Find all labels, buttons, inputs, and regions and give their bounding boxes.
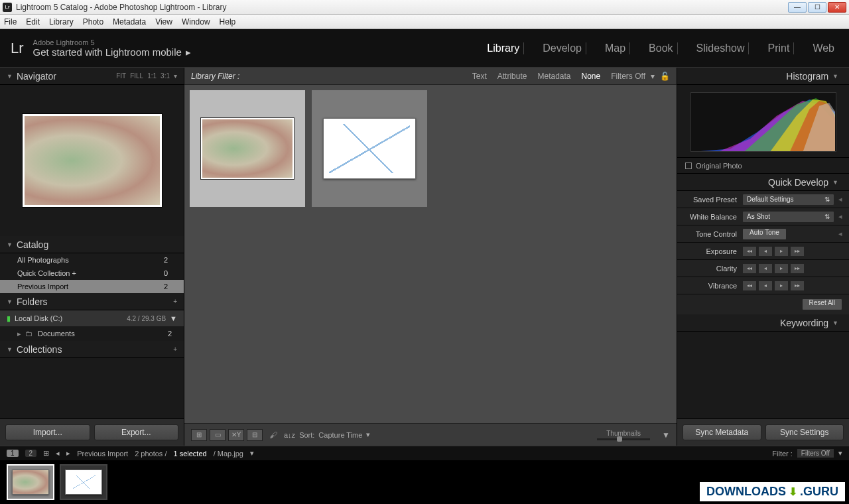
- triangle-left-icon[interactable]: ◂: [838, 212, 842, 221]
- keywording-header[interactable]: Keywording ▼: [677, 314, 849, 332]
- triangle-left-icon[interactable]: ◂: [838, 195, 842, 204]
- folder-documents[interactable]: ▸ 🗀 Documents 2: [0, 326, 184, 341]
- exposure-minus[interactable]: ◂: [758, 246, 773, 257]
- nav-fit[interactable]: FIT: [116, 72, 126, 80]
- vibrance-minus-big[interactable]: ◂◂: [742, 281, 757, 291]
- page-1[interactable]: 1: [7, 450, 19, 457]
- page-2[interactable]: 2: [25, 450, 37, 457]
- vibrance-plus[interactable]: ▸: [774, 281, 789, 291]
- forward-arrow-icon[interactable]: ▸: [66, 449, 70, 458]
- header-subtitle-big[interactable]: Get started with Lightroom mobile ▸: [33, 46, 191, 58]
- triangle-down-icon: ▼: [832, 320, 838, 326]
- clarity-plus[interactable]: ▸: [774, 263, 789, 274]
- back-arrow-icon[interactable]: ◂: [56, 449, 60, 458]
- slider-handle[interactable]: [617, 436, 622, 442]
- import-button[interactable]: Import...: [5, 424, 90, 440]
- sort-direction-icon[interactable]: a↓z: [284, 431, 295, 439]
- folders-header[interactable]: ▼ Folders +: [0, 293, 184, 310]
- lock-icon[interactable]: 🔓: [660, 72, 670, 81]
- grid-cell[interactable]: [312, 90, 427, 207]
- white-balance-select[interactable]: As Shot⇅: [742, 211, 834, 223]
- app-header: Lr Adobe Lightroom 5 Get started with Li…: [0, 29, 849, 68]
- menu-edit[interactable]: Edit: [26, 17, 40, 27]
- filter-none[interactable]: None: [582, 72, 601, 81]
- sync-metadata-button[interactable]: Sync Metadata: [683, 424, 761, 440]
- vibrance-plus-big[interactable]: ▸▸: [790, 281, 805, 291]
- catalog-quick-collection[interactable]: Quick Collection +0: [0, 267, 184, 280]
- triangle-left-icon[interactable]: ◂: [838, 229, 842, 238]
- loupe-view-button[interactable]: ▭: [210, 429, 226, 441]
- menu-file[interactable]: File: [4, 17, 17, 27]
- source-label[interactable]: Previous Import: [77, 450, 128, 458]
- module-develop[interactable]: Develop: [539, 42, 586, 54]
- quick-develop-header[interactable]: Quick Develop ▼: [677, 174, 849, 191]
- nav-1to1[interactable]: 1:1: [147, 72, 157, 80]
- menu-metadata[interactable]: Metadata: [113, 17, 146, 27]
- exposure-plus-big[interactable]: ▸▸: [790, 246, 805, 257]
- filter-text[interactable]: Text: [472, 72, 487, 81]
- menu-view[interactable]: View: [155, 17, 172, 27]
- chevron-down-icon[interactable]: ▾: [838, 449, 842, 458]
- catalog-all-photographs[interactable]: All Photographs2: [0, 253, 184, 267]
- filter-metadata[interactable]: Metadata: [537, 72, 570, 81]
- checkbox-icon[interactable]: [685, 162, 692, 169]
- exposure-plus[interactable]: ▸: [774, 246, 789, 257]
- menu-photo[interactable]: Photo: [83, 17, 103, 27]
- painter-icon[interactable]: 🖌: [269, 430, 277, 440]
- original-photo-row[interactable]: Original Photo: [677, 158, 849, 174]
- exposure-minus-big[interactable]: ◂◂: [742, 246, 757, 257]
- clarity-minus-big[interactable]: ◂◂: [742, 263, 757, 274]
- toolbar-dropdown-icon[interactable]: ▼: [662, 430, 670, 440]
- saved-preset-select[interactable]: Default Settings⇅: [742, 194, 834, 206]
- module-library[interactable]: Library: [483, 42, 524, 54]
- module-slideshow[interactable]: Slideshow: [692, 42, 750, 54]
- nav-fill[interactable]: FILL: [130, 72, 143, 80]
- clarity-plus-big[interactable]: ▸▸: [790, 263, 805, 274]
- folder-volume[interactable]: ▮ Local Disk (C:) 4.2 / 29.3 GB ▼: [0, 310, 184, 326]
- filmstrip-cell[interactable]: [7, 464, 54, 500]
- minimize-button[interactable]: —: [788, 2, 807, 13]
- maximize-button[interactable]: ☐: [808, 2, 826, 13]
- grid-view[interactable]: [184, 85, 677, 423]
- add-collection-button[interactable]: +: [173, 346, 177, 353]
- export-button[interactable]: Export...: [94, 424, 179, 440]
- menu-help[interactable]: Help: [220, 17, 236, 27]
- module-web[interactable]: Web: [809, 42, 838, 54]
- filters-off-label[interactable]: Filters Off: [611, 72, 645, 81]
- survey-view-button[interactable]: ⊟: [247, 429, 263, 441]
- navigator-header[interactable]: ▼ Navigator FIT FILL 1:1 3:1 ▾: [0, 68, 184, 85]
- filter-select[interactable]: Filters Off: [797, 448, 834, 458]
- grid-icon[interactable]: ⊞: [43, 449, 49, 458]
- left-panel: ▼ Navigator FIT FILL 1:1 3:1 ▾ ▼ Catalog…: [0, 68, 184, 446]
- grid-view-button[interactable]: ⊞: [191, 429, 207, 441]
- sync-settings-button[interactable]: Sync Settings: [765, 424, 844, 440]
- grid-cell[interactable]: [190, 90, 305, 207]
- filter-attribute[interactable]: Attribute: [497, 72, 527, 81]
- module-map[interactable]: Map: [601, 42, 630, 54]
- module-book[interactable]: Book: [645, 42, 677, 54]
- menu-library[interactable]: Library: [49, 17, 74, 27]
- menu-window[interactable]: Window: [182, 17, 210, 27]
- app-icon: Lr: [3, 3, 12, 12]
- chevron-down-icon[interactable]: ▾: [366, 430, 370, 439]
- thumbnail-size-slider[interactable]: Thumbnails: [597, 430, 650, 440]
- navigator-preview[interactable]: [0, 85, 184, 236]
- nav-3to1[interactable]: 3:1: [161, 72, 170, 80]
- catalog-header[interactable]: ▼ Catalog: [0, 236, 184, 253]
- compare-view-button[interactable]: ✕Y: [228, 429, 244, 441]
- catalog-previous-import[interactable]: Previous Import2: [0, 280, 184, 293]
- chevron-down-icon[interactable]: ▾: [651, 72, 655, 81]
- collections-header[interactable]: ▼ Collections +: [0, 341, 184, 358]
- chevron-down-icon[interactable]: ▾: [250, 449, 254, 458]
- chevron-down-icon[interactable]: ▾: [174, 72, 177, 80]
- close-button[interactable]: ✕: [828, 2, 846, 13]
- add-folder-button[interactable]: +: [173, 298, 177, 305]
- module-print[interactable]: Print: [763, 42, 794, 54]
- sort-value[interactable]: Capture Time: [318, 431, 362, 439]
- clarity-minus[interactable]: ◂: [758, 263, 773, 274]
- auto-tone-button[interactable]: Auto Tone: [742, 228, 787, 240]
- histogram-header[interactable]: Histogram ▼: [677, 68, 849, 85]
- filmstrip-cell[interactable]: [60, 464, 107, 500]
- vibrance-minus[interactable]: ◂: [758, 281, 773, 291]
- reset-all-button[interactable]: Reset All: [802, 298, 842, 310]
